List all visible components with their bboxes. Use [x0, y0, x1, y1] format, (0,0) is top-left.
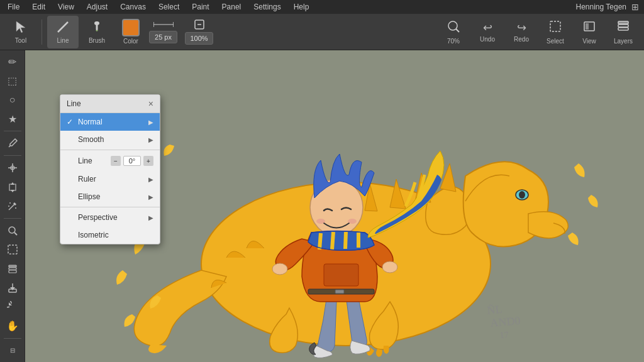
- zoom-display[interactable]: 70%: [438, 16, 469, 48]
- svg-rect-31: [9, 270, 16, 273]
- svg-point-50: [382, 261, 397, 273]
- svg-rect-15: [618, 25, 628, 27]
- layers-label: Layers: [614, 38, 633, 45]
- angle-plus-button[interactable]: +: [143, 156, 153, 166]
- dropdown-item-perspective[interactable]: ✓ Perspective ▶: [60, 209, 160, 226]
- size-control: [149, 20, 177, 43]
- layer-tool[interactable]: [2, 260, 23, 278]
- eraser-tool[interactable]: ⬚: [2, 72, 23, 89]
- zoom-input[interactable]: [185, 32, 213, 45]
- dropdown-item-smooth[interactable]: ✓ Smooth ▶: [60, 131, 160, 148]
- svg-rect-14: [618, 28, 628, 30]
- transform-tool[interactable]: [2, 178, 23, 196]
- undo-history-tool[interactable]: [2, 298, 23, 315]
- view-icon: [582, 19, 596, 36]
- ruler-label: Ruler: [78, 175, 96, 184]
- normal-label: Normal: [78, 118, 103, 126]
- settings-small-button[interactable]: ⊟: [2, 342, 23, 359]
- menu-select[interactable]: Select: [156, 1, 182, 13]
- select-icon: [548, 19, 562, 36]
- selection-rect-tool[interactable]: [2, 241, 23, 258]
- smudge-tool[interactable]: ○: [2, 91, 23, 109]
- svg-rect-46: [324, 264, 358, 286]
- maximize-button[interactable]: ⊞: [631, 2, 639, 12]
- dropdown-title: Line: [67, 99, 81, 108]
- toolbar-right: 70% ↩ Undo ↪ Redo Select: [438, 16, 639, 48]
- export-tool[interactable]: [2, 279, 23, 297]
- tool-icon: [14, 20, 28, 36]
- dropdown-item-ellipse[interactable]: ✓ Ellipse ▶: [60, 188, 160, 206]
- svg-point-25: [9, 202, 11, 204]
- redo-button[interactable]: ↪ Redo: [506, 16, 537, 48]
- menu-view[interactable]: View: [55, 1, 77, 13]
- magic-wand-tool[interactable]: [2, 197, 23, 215]
- undo-button[interactable]: ↩ Undo: [472, 16, 503, 48]
- svg-line-17: [9, 146, 10, 147]
- layers-button[interactable]: Layers: [608, 16, 639, 48]
- color-label: Color: [123, 38, 138, 45]
- dropdown-separator-2: [60, 207, 160, 207]
- svg-rect-11: [550, 21, 560, 31]
- bucket-tool[interactable]: ★: [2, 110, 23, 128]
- svg-text:AND0: AND0: [490, 314, 521, 329]
- zoom-tool[interactable]: [2, 222, 23, 239]
- tool-separator-1: [4, 131, 21, 131]
- dropdown-item-ruler[interactable]: ✓ Ruler ▶: [60, 170, 160, 188]
- menu-paint[interactable]: Paint: [189, 1, 211, 13]
- svg-rect-3: [96, 25, 98, 30]
- layers-icon: [616, 19, 630, 36]
- ruler-item-row: ✓ Ruler: [67, 175, 96, 184]
- zoom-percent: 70%: [447, 38, 460, 45]
- canvas-area[interactable]: ÑL AND0 17 Line × ✓ Normal ▶ ✓ S: [25, 50, 644, 362]
- view-button[interactable]: View: [574, 16, 605, 48]
- menu-file[interactable]: File: [5, 1, 22, 13]
- line-item-label: Line: [78, 156, 108, 165]
- menu-panel[interactable]: Panel: [219, 1, 244, 13]
- menu-help[interactable]: Help: [291, 1, 312, 13]
- left-panel: ✏ ⬚ ○ ★: [0, 50, 25, 362]
- export-icon: [7, 282, 18, 293]
- eyedropper-icon: [7, 138, 18, 149]
- menu-items: File Edit View Adjust Canvas Select Pain…: [5, 1, 311, 13]
- dropdown-item-isometric[interactable]: ✓ Isometric: [60, 226, 160, 244]
- select-label: Select: [547, 38, 564, 45]
- zoom-icon: [194, 19, 205, 30]
- dropdown-item-line[interactable]: ✓ Line − 0° +: [60, 151, 160, 170]
- eyedropper-tool[interactable]: [2, 134, 23, 152]
- history-icon: [7, 301, 18, 312]
- svg-rect-48: [335, 290, 344, 293]
- tool-separator-4: [4, 338, 21, 339]
- ruler-icon: [7, 162, 18, 173]
- menu-settings[interactable]: Settings: [251, 1, 283, 13]
- main-area: ✏ ⬚ ○ ★: [0, 50, 644, 362]
- angle-minus-button[interactable]: −: [111, 156, 121, 166]
- dropdown-item-normal[interactable]: ✓ Normal ▶: [60, 113, 160, 131]
- ruler-guide-tool[interactable]: [2, 159, 23, 177]
- svg-point-49: [272, 263, 287, 275]
- line-tool-button[interactable]: Line: [47, 16, 79, 48]
- menu-edit[interactable]: Edit: [30, 1, 48, 13]
- svg-rect-16: [618, 21, 628, 24]
- dropdown-close-button[interactable]: ×: [148, 99, 153, 109]
- ruler-arrow: ▶: [148, 176, 153, 183]
- size-icon: [153, 20, 174, 29]
- hand-tool[interactable]: ✋: [2, 317, 23, 335]
- line-tool-icon: [56, 20, 70, 36]
- line-dropdown: Line × ✓ Normal ▶ ✓ Smooth ▶: [60, 94, 160, 244]
- brush-tool-button[interactable]: Brush: [81, 16, 113, 48]
- color-tool-button[interactable]: Color: [115, 16, 147, 48]
- size-input[interactable]: [149, 31, 177, 43]
- menu-adjust[interactable]: Adjust: [84, 1, 110, 13]
- svg-rect-33: [9, 265, 16, 267]
- select-button[interactable]: Select: [540, 16, 571, 48]
- svg-point-52: [316, 219, 325, 224]
- view-label: View: [582, 38, 596, 45]
- svg-line-10: [456, 29, 459, 32]
- smooth-item-row: ✓ Smooth: [67, 135, 104, 144]
- toolbar: Tool Line Brush Color: [0, 14, 644, 50]
- ellipse-item-row: ✓ Ellipse: [67, 192, 100, 201]
- pencil-tool[interactable]: ✏: [2, 53, 23, 70]
- tool-button[interactable]: Tool: [5, 16, 36, 48]
- menu-canvas[interactable]: Canvas: [118, 1, 148, 13]
- color-swatch[interactable]: [122, 19, 140, 36]
